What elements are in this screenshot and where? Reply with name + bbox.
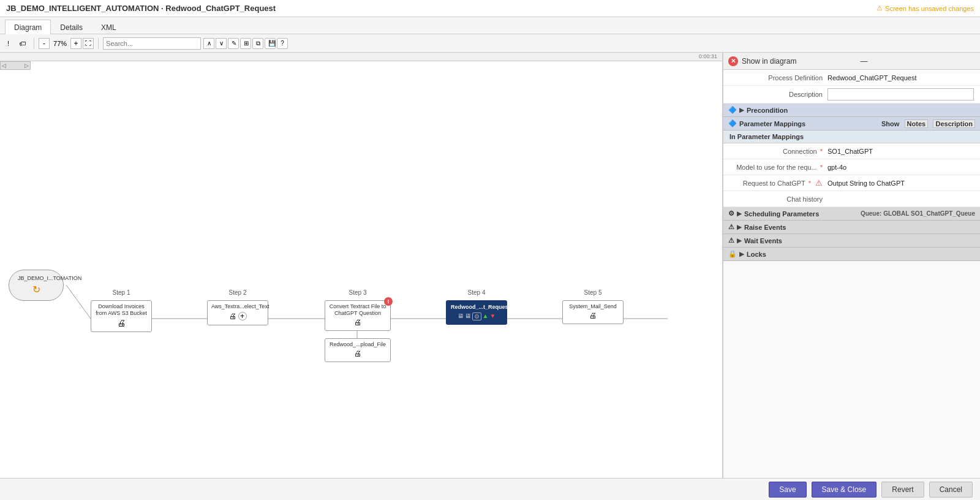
svg-line-0 <box>66 285 91 319</box>
scheduling-icon: ⚙ <box>728 210 734 218</box>
step-label-1: Step 1 <box>91 289 152 296</box>
start-node[interactable]: JB_DEMO_I...TOMATION ↻ <box>9 270 64 301</box>
search-input[interactable] <box>103 37 201 50</box>
show-in-diagram-label: Show in diagram <box>742 57 857 66</box>
minimize-button[interactable]: — <box>861 57 976 66</box>
step-node-4[interactable]: Redwood_...t_Request 🖥 🖥 ⚙ ▲ ▼ <box>446 300 507 325</box>
bottom-bar: Save Save & Close Revert Cancel <box>0 478 980 500</box>
show-in-diagram-bar: ✕ Show in diagram — <box>723 53 980 70</box>
wait-events-label: Wait Events <box>744 237 782 244</box>
model-required: * <box>820 164 823 171</box>
right-panel: ✕ Show in diagram — Process Definition R… <box>723 53 980 478</box>
diagram-canvas[interactable]: ◁ ▷ JB_DEMO_I. <box>0 61 722 478</box>
step-node-5[interactable]: System_Mail_Send 🖨 <box>562 300 624 324</box>
precondition-section[interactable]: 🔷 ▶ Precondition <box>723 104 980 117</box>
request-required: * <box>809 180 811 187</box>
step-label-5: Step 5 <box>562 289 624 296</box>
alert-button[interactable]: ! <box>4 38 13 49</box>
scheduling-label: Scheduling Parameters <box>744 210 819 218</box>
help-button[interactable]: ? <box>277 38 288 49</box>
connection-required: * <box>820 148 823 155</box>
connectors-svg <box>0 61 674 478</box>
diagram-area[interactable]: 0:00:31 ◁ ▷ <box>0 53 723 478</box>
zoom-fit-button[interactable]: ⛶ <box>83 38 94 49</box>
zoom-minus-button[interactable]: - <box>39 38 50 49</box>
warning-icon: ⚠ <box>876 4 883 12</box>
description-row: Description <box>723 86 980 104</box>
request-chatgpt-row: Request to ChatGPT * ⚠ Output String to … <box>723 175 980 191</box>
title-bar: JB_DEMO_INTELLIGENT_AUTOMATION · Redwood… <box>0 0 980 17</box>
tab-diagram[interactable]: Diagram <box>5 20 51 34</box>
locks-arrow: ▶ <box>739 251 744 257</box>
zoom-controls: - 77% + ⛶ <box>39 38 94 49</box>
parameter-mappings-section[interactable]: 🔷 Parameter Mappings Show Notes Descript… <box>723 117 980 131</box>
param-mappings-label: Parameter Mappings <box>739 120 805 127</box>
model-label: Model to use for the requ... * <box>729 164 827 171</box>
main-content: 0:00:31 ◁ ▷ <box>0 53 980 478</box>
node-3b-icon: 🖨 <box>329 349 386 358</box>
request-chatgpt-label: Request to ChatGPT * ⚠ <box>729 178 827 188</box>
wait-events-arrow: ▶ <box>737 237 742 244</box>
ruler: 0:00:31 <box>0 53 722 61</box>
model-row: Model to use for the requ... * gpt-4o <box>723 159 980 175</box>
tab-xml[interactable]: XML <box>92 20 126 34</box>
raise-events-label: Raise Events <box>744 224 786 231</box>
param-mappings-icon: 🔷 <box>728 119 737 127</box>
step-node-3a[interactable]: ! Convert Textract File toChatGPT Questi… <box>325 300 391 331</box>
search-navigation: ∧ ∨ ✎ ⊞ ⧉ 💾 ? <box>203 38 288 49</box>
timer-display: 0:00:31 <box>699 53 717 59</box>
node-4-actions: 🖥 🖥 ⚙ ▲ ▼ <box>451 312 502 320</box>
tag-button[interactable]: 🏷 <box>15 38 29 49</box>
description-label: Description <box>729 91 827 98</box>
tab-details[interactable]: Details <box>51 20 92 34</box>
cancel-button[interactable]: Cancel <box>929 482 973 498</box>
save-icon-button[interactable]: 💾 <box>265 38 276 49</box>
step-node-3b[interactable]: Redwood_...pload_File 🖨 <box>325 338 391 362</box>
wait-events-section[interactable]: ⚠ ▶ Wait Events <box>723 234 980 248</box>
connection-value: SO1_ChatGPT <box>827 148 974 155</box>
scheduling-value: Queue: GLOBAL SO1_ChatGPT_Queue <box>861 210 975 217</box>
model-value: gpt-4o <box>827 164 974 171</box>
step-label-3: Step 3 <box>325 289 391 296</box>
locks-label: Locks <box>747 251 766 258</box>
param-mappings-show: Show Notes Description <box>881 120 975 127</box>
wait-events-icon: ⚠ <box>728 237 734 244</box>
chat-history-row: Chat history <box>723 191 980 207</box>
locks-section[interactable]: 🔒 ▶ Locks <box>723 248 980 261</box>
precondition-arrow: ▶ <box>739 107 744 113</box>
raise-events-section[interactable]: ⚠ ▶ Raise Events <box>723 221 980 234</box>
position-slider[interactable]: ◁ ▷ <box>0 61 31 70</box>
edit-button[interactable]: ✎ <box>228 38 239 49</box>
process-definition-value: Redwood_ChatGPT_Request <box>827 74 974 81</box>
search-up-button[interactable]: ∧ <box>203 38 214 49</box>
node-5-icon: 🖨 <box>567 311 619 320</box>
search-down-button[interactable]: ∨ <box>216 38 227 49</box>
revert-button[interactable]: Revert <box>881 482 924 498</box>
process-definition-label: Process Definition <box>729 74 827 81</box>
step-label-4: Step 4 <box>446 289 507 296</box>
zoom-plus-button[interactable]: + <box>70 38 81 49</box>
tab-bar: Diagram Details XML <box>0 17 980 34</box>
step-node-1[interactable]: Download Invoicesfrom AWS S3 Bucket 🖨 <box>91 300 152 332</box>
in-param-mappings-title: In Parameter Mappings <box>723 131 980 143</box>
node-1-icon: 🖨 <box>95 318 148 328</box>
node-2-icons: 🖨 + <box>211 312 264 320</box>
zoom-value: 77% <box>51 40 69 47</box>
clip-button[interactable]: ⧉ <box>252 38 263 49</box>
raise-events-icon: ⚠ <box>728 223 734 231</box>
chat-history-label: Chat history <box>729 195 827 203</box>
step-node-2[interactable]: Aws_Textra...elect_Text 🖨 + <box>207 300 268 325</box>
connection-label: Connection * <box>729 148 827 155</box>
separator2 <box>98 38 99 49</box>
grid-button[interactable]: ⊞ <box>240 38 251 49</box>
raise-events-arrow: ▶ <box>737 224 742 230</box>
error-badge-3a: ! <box>384 297 393 306</box>
save-button[interactable]: Save <box>769 482 806 498</box>
save-close-button[interactable]: Save & Close <box>812 482 877 498</box>
close-panel-button[interactable]: ✕ <box>728 56 738 66</box>
scheduling-params-section[interactable]: ⚙ ▶ Scheduling Parameters Queue: GLOBAL … <box>723 207 980 221</box>
scheduling-arrow: ▶ <box>737 210 742 217</box>
description-input[interactable] <box>827 88 974 100</box>
page-title: JB_DEMO_INTELLIGENT_AUTOMATION · Redwood… <box>6 4 276 13</box>
node-3a-icon: 🖨 <box>329 318 386 327</box>
